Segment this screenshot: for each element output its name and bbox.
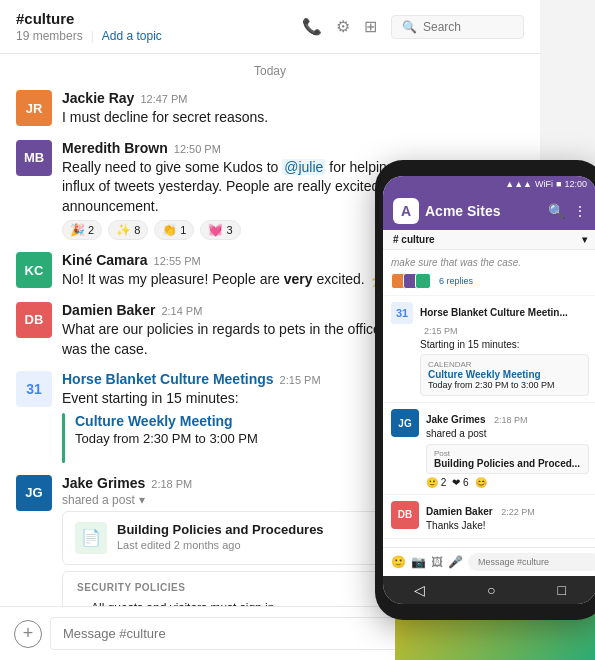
phone-input-bar: 🙂 📷 🖼 🎤 @ xyxy=(383,547,595,576)
phone-reaction[interactable]: 😊 xyxy=(475,477,487,488)
more-icon[interactable]: ⋮ xyxy=(573,203,587,219)
avatar: JG xyxy=(16,475,52,511)
app-name: Acme Sites xyxy=(425,203,542,219)
phone-icon[interactable]: 📞 xyxy=(302,17,322,36)
phone-app-header: A Acme Sites 🔍 ⋮ xyxy=(383,192,595,230)
app-logo: A xyxy=(393,198,419,224)
sender-name: Damien Baker xyxy=(62,302,155,318)
phone-nav-bar: ◁ ○ □ xyxy=(383,576,595,604)
security-list: All guests and visitors must sign in Gue… xyxy=(77,599,427,606)
avatar: KC xyxy=(16,252,52,288)
message-time: 12:50 PM xyxy=(174,143,221,155)
phone-messages: make sure that was the case. 6 replies 3… xyxy=(383,250,595,547)
phone-text: shared a post xyxy=(426,427,589,441)
dropdown-icon[interactable]: ▾ xyxy=(139,493,145,507)
reaction-badge[interactable]: 💓3 xyxy=(200,220,240,240)
phone-emoji-icon[interactable]: 🙂 xyxy=(391,555,406,569)
grid-icon[interactable]: ⊞ xyxy=(364,17,377,36)
phone-mockup: ▲▲▲ WiFi ■ 12:00 A Acme Sites 🔍 ⋮ # cult… xyxy=(375,160,595,620)
time-display: 12:00 xyxy=(564,179,587,189)
reply-avatar xyxy=(415,273,431,289)
phone-msg-content: Jake Grimes 2:18 PM shared a post Post B… xyxy=(426,409,589,488)
member-count[interactable]: 19 members xyxy=(16,29,83,43)
gear-icon[interactable]: ⚙ xyxy=(336,17,350,36)
avatar: JR xyxy=(16,90,52,126)
phone-header-icons: 🔍 ⋮ xyxy=(548,203,587,219)
phone-event-title: Culture Weekly Meeting xyxy=(428,369,581,380)
phone-msg-content: Horse Blanket Culture Meetin... 2:15 PM … xyxy=(420,302,589,397)
sender-name: Meredith Brown xyxy=(62,140,168,156)
phone-screen: ▲▲▲ WiFi ■ 12:00 A Acme Sites 🔍 ⋮ # cult… xyxy=(383,176,595,604)
chat-header: #culture 19 members | Add a topic 📞 ⚙ ⊞ … xyxy=(0,0,540,54)
search-box[interactable]: 🔍 xyxy=(391,15,524,39)
phone-text: Starting in 15 minutes: xyxy=(420,338,589,352)
phone-channel-bar[interactable]: # culture ▾ xyxy=(383,230,595,250)
search-icon[interactable]: 🔍 xyxy=(548,203,565,219)
message-item: JR Jackie Ray 12:47 PM I must decline fo… xyxy=(0,84,540,134)
phone-reply-avatars xyxy=(391,273,427,289)
message-time: 2:14 PM xyxy=(161,305,202,317)
replies-count[interactable]: 6 replies xyxy=(439,276,473,286)
sender-name: Horse Blanket Culture Meetings xyxy=(62,371,274,387)
phone-sender: Jake Grimes xyxy=(426,414,486,425)
message-time: 12:55 PM xyxy=(154,255,201,267)
phone-channel-caret: ▾ xyxy=(582,234,587,245)
phone-time: 2:22 PM xyxy=(501,507,535,517)
event-time: Today from 2:30 PM to 3:00 PM xyxy=(75,431,258,446)
mention[interactable]: @julie xyxy=(282,159,325,175)
shared-post-card[interactable]: 📄 Building Policies and Procedures Last … xyxy=(62,511,422,565)
channel-name: #culture xyxy=(16,10,302,27)
phone-message-input[interactable] xyxy=(468,553,595,571)
phone-sender: Damien Baker xyxy=(426,506,493,517)
phone-message-item: DB Damien Baker 2:22 PM Thanks Jake! xyxy=(383,495,595,540)
phone-mic-icon[interactable]: 🎤 xyxy=(448,555,463,569)
reaction-badge[interactable]: ✨8 xyxy=(108,220,148,240)
channel-meta: 19 members | Add a topic xyxy=(16,29,302,43)
back-button[interactable]: ◁ xyxy=(414,582,425,598)
phone-event-card[interactable]: Calendar Culture Weekly Meeting Today fr… xyxy=(420,354,589,396)
sender-name: Jake Grimes xyxy=(62,475,145,491)
message-time: 2:15 PM xyxy=(280,374,321,386)
phone-camera-icon[interactable]: 📷 xyxy=(411,555,426,569)
search-input[interactable] xyxy=(423,20,513,34)
message-content: Jackie Ray 12:47 PM I must decline for s… xyxy=(62,90,524,128)
phone-cal-icon: 31 xyxy=(391,302,413,324)
phone-time: 2:18 PM xyxy=(494,415,528,425)
event-details: Culture Weekly Meeting Today from 2:30 P… xyxy=(75,413,258,446)
phone-status-bar: ▲▲▲ WiFi ■ 12:00 xyxy=(383,176,595,192)
phone-reactions-row: 🙂 2 ❤ 6 😊 xyxy=(426,477,589,488)
sender-name: Jackie Ray xyxy=(62,90,134,106)
phone-reaction[interactable]: 🙂 2 xyxy=(426,477,446,488)
avatar: 31 xyxy=(16,371,52,407)
post-icon: 📄 xyxy=(75,522,107,554)
avatar: DB xyxy=(16,302,52,338)
home-button[interactable]: ○ xyxy=(487,582,495,598)
battery-icon: ■ xyxy=(556,179,561,189)
phone-image-icon[interactable]: 🖼 xyxy=(431,555,443,569)
phone-event-label: Calendar xyxy=(428,360,581,369)
post-title: Building Policies and Procedures xyxy=(117,522,324,537)
wifi-icon: WiFi xyxy=(535,179,553,189)
reaction-badge[interactable]: 🎉2 xyxy=(62,220,102,240)
reaction-badge[interactable]: 👏1 xyxy=(154,220,194,240)
recent-button[interactable]: □ xyxy=(558,582,566,598)
phone-post-title: Building Policies and Proced... xyxy=(434,458,581,469)
date-divider: Today xyxy=(0,54,540,84)
event-title[interactable]: Culture Weekly Meeting xyxy=(75,413,258,429)
phone-reaction[interactable]: ❤ 6 xyxy=(452,477,468,488)
phone-msg-content: Damien Baker 2:22 PM Thanks Jake! xyxy=(426,501,589,533)
phone-channel-name: # culture xyxy=(393,234,435,245)
add-topic-link[interactable]: Add a topic xyxy=(102,29,162,43)
phone-post-card[interactable]: Post Building Policies and Proced... xyxy=(426,444,589,474)
phone-sender: Horse Blanket Culture Meetin... xyxy=(420,307,568,318)
avatar: MB xyxy=(16,140,52,176)
phone-text: Thanks Jake! xyxy=(426,519,589,533)
search-icon: 🔍 xyxy=(402,20,417,34)
post-meta: Last edited 2 months ago xyxy=(117,539,324,551)
add-button[interactable]: + xyxy=(14,620,42,648)
phone-message-item: JG Jake Grimes 2:18 PM shared a post Pos… xyxy=(383,403,595,495)
shared-text: shared a post xyxy=(62,493,135,507)
phone-avatar: JG xyxy=(391,409,419,437)
message-time: 2:18 PM xyxy=(151,478,192,490)
header-left: #culture 19 members | Add a topic xyxy=(16,10,302,43)
